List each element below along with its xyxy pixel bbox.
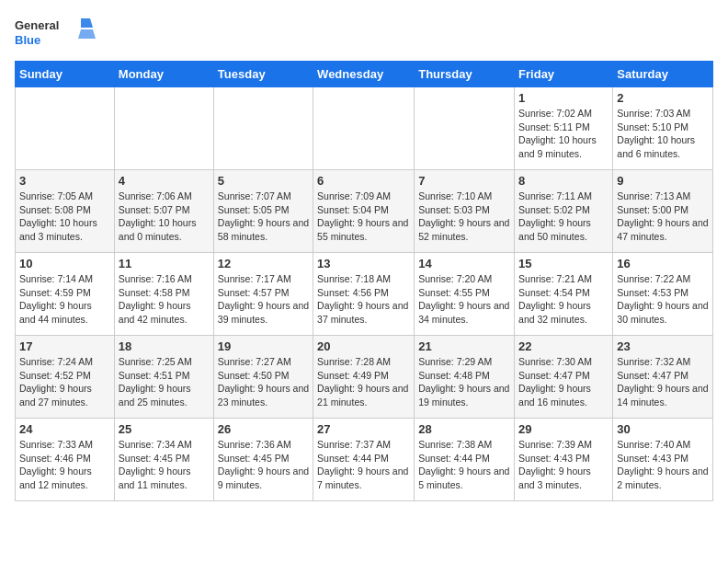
day-number: 10 — [19, 257, 110, 270]
day-number: 11 — [119, 257, 210, 270]
logo-svg: General Blue — [15, 15, 97, 52]
day-info: Sunrise: 7:37 AM Sunset: 4:44 PM Dayligh… — [317, 438, 410, 492]
day-info: Sunrise: 7:32 AM Sunset: 4:47 PM Dayligh… — [617, 355, 709, 409]
day-info: Sunrise: 7:22 AM Sunset: 4:53 PM Dayligh… — [617, 272, 709, 327]
calendar-cell — [213, 87, 313, 170]
day-number: 20 — [317, 339, 410, 353]
calendar-cell: 14Sunrise: 7:20 AM Sunset: 4:55 PM Dayli… — [415, 253, 515, 336]
day-info: Sunrise: 7:13 AM Sunset: 5:00 PM Dayligh… — [617, 190, 709, 244]
calendar-cell: 19Sunrise: 7:27 AM Sunset: 4:50 PM Dayli… — [213, 336, 313, 419]
day-info: Sunrise: 7:38 AM Sunset: 4:44 PM Dayligh… — [418, 438, 510, 492]
day-info: Sunrise: 7:28 AM Sunset: 4:49 PM Dayligh… — [317, 355, 410, 409]
calendar-table: SundayMondayTuesdayWednesdayThursdayFrid… — [15, 61, 713, 501]
calendar-cell: 15Sunrise: 7:21 AM Sunset: 4:54 PM Dayli… — [515, 253, 613, 336]
day-info: Sunrise: 7:27 AM Sunset: 4:50 PM Dayligh… — [218, 355, 309, 409]
day-info: Sunrise: 7:07 AM Sunset: 5:05 PM Dayligh… — [218, 190, 309, 244]
calendar-cell: 29Sunrise: 7:39 AM Sunset: 4:43 PM Dayli… — [515, 419, 613, 501]
day-info: Sunrise: 7:34 AM Sunset: 4:45 PM Dayligh… — [119, 438, 210, 492]
day-number: 14 — [418, 257, 510, 270]
day-info: Sunrise: 7:16 AM Sunset: 4:58 PM Dayligh… — [119, 272, 210, 327]
day-number: 1 — [518, 91, 609, 105]
day-info: Sunrise: 7:24 AM Sunset: 4:52 PM Dayligh… — [19, 355, 110, 409]
day-number: 9 — [617, 174, 709, 188]
day-info: Sunrise: 7:36 AM Sunset: 4:45 PM Dayligh… — [218, 438, 309, 492]
week-row-1: 3Sunrise: 7:05 AM Sunset: 5:08 PM Daylig… — [16, 170, 713, 253]
calendar-cell: 7Sunrise: 7:10 AM Sunset: 5:03 PM Daylig… — [415, 170, 515, 253]
calendar-cell: 12Sunrise: 7:17 AM Sunset: 4:57 PM Dayli… — [213, 253, 313, 336]
day-number: 6 — [317, 174, 410, 188]
weekday-header-tuesday: Tuesday — [213, 62, 313, 87]
calendar-cell — [415, 87, 515, 170]
day-info: Sunrise: 7:39 AM Sunset: 4:43 PM Dayligh… — [518, 438, 609, 492]
svg-text:General: General — [15, 18, 59, 32]
day-info: Sunrise: 7:40 AM Sunset: 4:43 PM Dayligh… — [617, 438, 709, 492]
weekday-header-monday: Monday — [114, 62, 213, 87]
calendar-cell — [114, 87, 213, 170]
calendar-cell: 4Sunrise: 7:06 AM Sunset: 5:07 PM Daylig… — [114, 170, 213, 253]
calendar-cell: 18Sunrise: 7:25 AM Sunset: 4:51 PM Dayli… — [114, 336, 213, 419]
calendar-cell: 16Sunrise: 7:22 AM Sunset: 4:53 PM Dayli… — [613, 253, 713, 336]
calendar-cell: 21Sunrise: 7:29 AM Sunset: 4:48 PM Dayli… — [415, 336, 515, 419]
week-row-3: 17Sunrise: 7:24 AM Sunset: 4:52 PM Dayli… — [16, 336, 713, 419]
day-info: Sunrise: 7:33 AM Sunset: 4:46 PM Dayligh… — [19, 438, 110, 492]
day-number: 27 — [317, 422, 410, 436]
day-info: Sunrise: 7:29 AM Sunset: 4:48 PM Dayligh… — [418, 355, 510, 409]
calendar-cell — [313, 87, 415, 170]
calendar-cell: 30Sunrise: 7:40 AM Sunset: 4:43 PM Dayli… — [613, 419, 713, 501]
svg-text:Blue: Blue — [15, 33, 40, 47]
day-info: Sunrise: 7:14 AM Sunset: 4:59 PM Dayligh… — [19, 272, 110, 327]
day-number: 21 — [418, 339, 510, 353]
calendar-cell: 5Sunrise: 7:07 AM Sunset: 5:05 PM Daylig… — [213, 170, 313, 253]
day-number: 23 — [617, 339, 709, 353]
day-number: 25 — [119, 422, 210, 436]
day-number: 2 — [617, 91, 709, 105]
calendar-cell: 26Sunrise: 7:36 AM Sunset: 4:45 PM Dayli… — [213, 419, 313, 501]
day-number: 7 — [418, 174, 510, 188]
calendar-cell: 1Sunrise: 7:02 AM Sunset: 5:11 PM Daylig… — [515, 87, 613, 170]
day-number: 5 — [218, 174, 309, 188]
day-info: Sunrise: 7:05 AM Sunset: 5:08 PM Dayligh… — [19, 190, 110, 244]
calendar-cell: 20Sunrise: 7:28 AM Sunset: 4:49 PM Dayli… — [313, 336, 415, 419]
day-number: 8 — [518, 174, 609, 188]
day-info: Sunrise: 7:17 AM Sunset: 4:57 PM Dayligh… — [218, 272, 309, 327]
day-number: 3 — [19, 174, 110, 188]
day-info: Sunrise: 7:21 AM Sunset: 4:54 PM Dayligh… — [518, 272, 609, 327]
day-number: 17 — [19, 339, 110, 353]
weekday-header-saturday: Saturday — [613, 62, 713, 87]
weekday-header-row: SundayMondayTuesdayWednesdayThursdayFrid… — [16, 62, 713, 87]
day-info: Sunrise: 7:03 AM Sunset: 5:10 PM Dayligh… — [617, 107, 709, 161]
day-info: Sunrise: 7:11 AM Sunset: 5:02 PM Dayligh… — [518, 190, 609, 244]
day-info: Sunrise: 7:09 AM Sunset: 5:04 PM Dayligh… — [317, 190, 410, 244]
day-info: Sunrise: 7:10 AM Sunset: 5:03 PM Dayligh… — [418, 190, 510, 244]
day-info: Sunrise: 7:30 AM Sunset: 4:47 PM Dayligh… — [518, 355, 609, 409]
day-number: 30 — [617, 422, 709, 436]
calendar-cell: 3Sunrise: 7:05 AM Sunset: 5:08 PM Daylig… — [16, 170, 115, 253]
day-number: 16 — [617, 257, 709, 270]
weekday-header-thursday: Thursday — [415, 62, 515, 87]
calendar-cell: 24Sunrise: 7:33 AM Sunset: 4:46 PM Dayli… — [16, 419, 115, 501]
day-number: 18 — [119, 339, 210, 353]
calendar-cell: 10Sunrise: 7:14 AM Sunset: 4:59 PM Dayli… — [16, 253, 115, 336]
day-number: 22 — [518, 339, 609, 353]
day-number: 26 — [218, 422, 309, 436]
calendar-cell: 8Sunrise: 7:11 AM Sunset: 5:02 PM Daylig… — [515, 170, 613, 253]
weekday-header-sunday: Sunday — [16, 62, 115, 87]
calendar-cell: 23Sunrise: 7:32 AM Sunset: 4:47 PM Dayli… — [613, 336, 713, 419]
logo: General Blue — [15, 15, 97, 52]
day-number: 29 — [518, 422, 609, 436]
svg-marker-2 — [81, 18, 93, 28]
week-row-2: 10Sunrise: 7:14 AM Sunset: 4:59 PM Dayli… — [16, 253, 713, 336]
day-number: 24 — [19, 422, 110, 436]
calendar-cell: 11Sunrise: 7:16 AM Sunset: 4:58 PM Dayli… — [114, 253, 213, 336]
header: General Blue — [15, 15, 713, 52]
calendar-cell: 27Sunrise: 7:37 AM Sunset: 4:44 PM Dayli… — [313, 419, 415, 501]
calendar-cell: 9Sunrise: 7:13 AM Sunset: 5:00 PM Daylig… — [613, 170, 713, 253]
day-info: Sunrise: 7:20 AM Sunset: 4:55 PM Dayligh… — [418, 272, 510, 327]
day-info: Sunrise: 7:25 AM Sunset: 4:51 PM Dayligh… — [119, 355, 210, 409]
day-info: Sunrise: 7:06 AM Sunset: 5:07 PM Dayligh… — [119, 190, 210, 244]
calendar-cell: 22Sunrise: 7:30 AM Sunset: 4:47 PM Dayli… — [515, 336, 613, 419]
day-number: 19 — [218, 339, 309, 353]
calendar-cell: 17Sunrise: 7:24 AM Sunset: 4:52 PM Dayli… — [16, 336, 115, 419]
day-number: 12 — [218, 257, 309, 270]
day-number: 15 — [518, 257, 609, 270]
